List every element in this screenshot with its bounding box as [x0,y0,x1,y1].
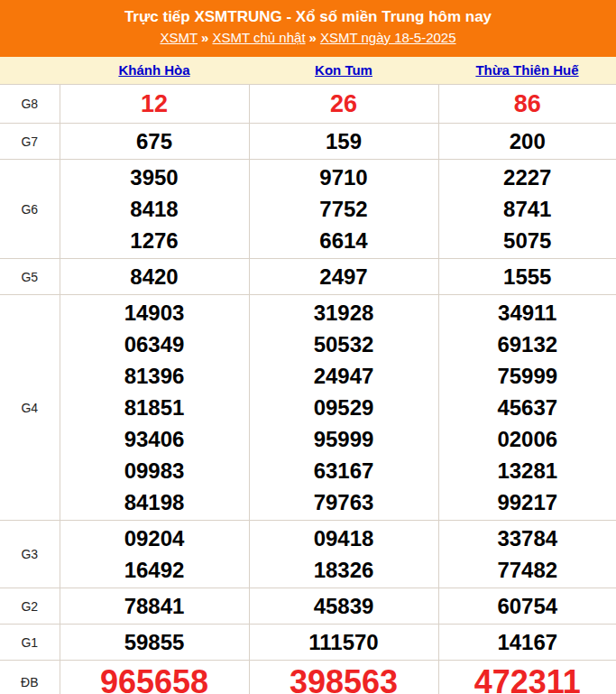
result-number: 2227 [439,162,616,193]
prize-row-g4: G4 14903 06349 81396 81851 93406 09983 8… [0,295,616,521]
result-number: 02006 [439,423,616,455]
result-number: 13281 [439,455,616,486]
result-number: 6614 [250,225,438,256]
result-number: 3950 [60,162,249,193]
result-number: 34911 [439,297,616,328]
prize-row-g2: G2 78841 45839 60754 [0,588,616,625]
result-number: 31928 [250,297,438,328]
result-number: 26 [250,87,438,121]
result-number: 111570 [250,626,438,658]
breadcrumb-link-xsmt[interactable]: XSMT [160,30,198,45]
prize-row-db: ĐB 965658 398563 472311 [0,661,616,694]
result-number: 965658 [60,662,249,694]
result-number: 84198 [60,486,249,518]
result-number: 18326 [250,554,438,586]
prize-row-g6: G6 3950 8418 1276 9710 7752 6614 2227 87… [0,160,616,259]
result-number: 12 [60,87,249,121]
result-number: 2497 [250,261,438,292]
result-number: 09529 [250,392,438,423]
page-title: Trực tiếp XSMTRUNG - Xổ số miền Trung hô… [0,8,616,26]
province-link-thua-thien-hue[interactable]: Thừa Thiên Huế [475,62,578,78]
breadcrumb-link-xsmt-chu-nhat[interactable]: XSMT chủ nhật [212,30,305,45]
province-header-row: Khánh Hòa Kon Tum Thừa Thiên Huế [0,57,616,85]
prize-row-g1: G1 59855 111570 14167 [0,625,616,661]
result-number: 8420 [60,261,249,292]
result-number: 45637 [439,392,616,423]
prize-row-g5: G5 8420 2497 1555 [0,259,616,295]
corner-cell [0,57,60,85]
result-number: 675 [60,125,249,157]
result-number: 86 [439,87,616,121]
result-number: 06349 [60,328,249,360]
result-number: 8741 [439,193,616,225]
result-number: 75999 [439,360,616,392]
province-link-khanh-hoa[interactable]: Khánh Hòa [118,62,189,78]
result-number: 24947 [250,360,438,392]
result-number: 5075 [439,225,616,256]
result-number: 81851 [60,392,249,423]
result-number: 1276 [60,225,249,256]
prize-row-g8: G8 12 26 86 [0,85,616,124]
result-number: 16492 [60,554,249,586]
result-number: 95999 [250,423,438,455]
result-number: 14167 [439,626,616,658]
prize-label-g1: G1 [0,625,60,661]
result-number: 77482 [439,554,616,586]
breadcrumb-separator: » [306,30,320,45]
prize-label-g8: G8 [0,85,60,124]
result-number: 79763 [250,486,438,518]
province-link-kon-tum[interactable]: Kon Tum [315,62,372,78]
result-number: 81396 [60,360,249,392]
result-number: 7752 [250,193,438,225]
prize-label-g3: G3 [0,521,60,588]
result-number: 45839 [250,590,438,622]
result-number: 60754 [439,590,616,622]
prize-label-g7: G7 [0,124,60,160]
prize-label-db: ĐB [0,661,60,694]
prize-row-g3: G3 09204 16492 09418 18326 33784 77482 [0,521,616,588]
result-number: 63167 [250,455,438,486]
result-number: 09204 [60,523,249,554]
breadcrumb-separator: » [198,30,212,45]
breadcrumb-link-xsmt-date[interactable]: XSMT ngày 18-5-2025 [320,30,456,45]
result-number: 09418 [250,523,438,554]
result-number: 200 [439,125,616,157]
result-number: 472311 [439,662,616,694]
result-number: 99217 [439,486,616,518]
results-table: Khánh Hòa Kon Tum Thừa Thiên Huế G8 12 2… [0,57,616,694]
result-number: 9710 [250,162,438,193]
result-number: 159 [250,125,438,157]
breadcrumb: XSMT»XSMT chủ nhật»XSMT ngày 18-5-2025 [0,28,616,47]
result-number: 93406 [60,423,249,455]
result-number: 59855 [60,626,249,658]
prize-label-g4: G4 [0,295,60,521]
result-number: 398563 [250,662,438,694]
result-number: 1555 [439,261,616,292]
prize-label-g6: G6 [0,160,60,259]
result-number: 78841 [60,590,249,622]
result-number: 14903 [60,297,249,328]
result-number: 33784 [439,523,616,554]
prize-label-g2: G2 [0,588,60,625]
prize-row-g7: G7 675 159 200 [0,124,616,160]
result-number: 09983 [60,455,249,486]
prize-label-g5: G5 [0,259,60,295]
page-banner: Trực tiếp XSMTRUNG - Xổ số miền Trung hô… [0,0,616,57]
result-number: 69132 [439,328,616,360]
result-number: 50532 [250,328,438,360]
result-number: 8418 [60,193,249,225]
